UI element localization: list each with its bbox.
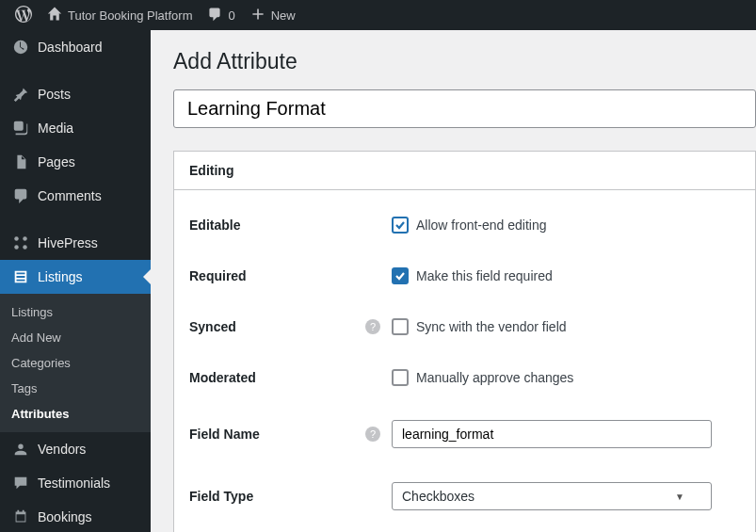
label-synced: Synced? (189, 319, 392, 334)
sidebar-item-label: Dashboard (38, 40, 103, 55)
label-editable: Editable (189, 218, 392, 233)
chevron-down-icon: ▼ (675, 492, 684, 502)
sidebar-item-testimonials[interactable]: Testimonials (0, 466, 151, 500)
checkbox-required[interactable] (392, 267, 409, 284)
submenu-item-add-new[interactable]: Add New (0, 325, 151, 350)
site-name: Tutor Booking Platform (68, 8, 192, 23)
sidebar-item-pages[interactable]: Pages (0, 145, 151, 179)
svg-point-2 (14, 245, 19, 250)
sidebar-item-label: Media (38, 121, 73, 136)
comment-icon (11, 186, 30, 205)
sidebar-item-label: HivePress (38, 235, 98, 250)
row-editable: Editable Allow front-end editing (189, 200, 740, 250)
row-field-name: Field Name? (189, 403, 740, 465)
row-synced: Synced? Sync with the vendor field (189, 301, 740, 352)
checkbox-moderated[interactable] (392, 369, 409, 386)
sidebar-item-dashboard[interactable]: Dashboard (0, 30, 151, 64)
comments-link[interactable]: 0 (200, 0, 242, 30)
sidebar-item-label: Testimonials (38, 476, 110, 491)
label-field-type: Field Type (189, 489, 392, 504)
checkbox-synced[interactable] (392, 318, 409, 335)
help-icon[interactable]: ? (365, 319, 380, 334)
hivepress-icon (11, 234, 30, 252)
panel-heading: Editing (174, 152, 755, 190)
site-home-link[interactable]: Tutor Booking Platform (40, 0, 200, 30)
sidebar-item-hivepress[interactable]: HivePress (0, 226, 151, 260)
submenu-item-tags[interactable]: Tags (0, 376, 151, 401)
sidebar-item-media[interactable]: Media (0, 111, 151, 145)
sidebar-submenu: Listings Add New Categories Tags Attribu… (0, 294, 151, 432)
checkbox-editable-label: Allow front-end editing (416, 218, 547, 233)
label-field-name: Field Name? (189, 427, 392, 442)
sidebar-item-comments[interactable]: Comments (0, 179, 151, 213)
sidebar-item-posts[interactable]: Posts (0, 77, 151, 111)
row-required: Required Make this field required (189, 250, 740, 301)
row-field-type: Field Type Checkboxes ▼ (189, 465, 740, 527)
new-content-link[interactable]: New (243, 0, 303, 30)
sidebar-item-bookings[interactable]: Bookings (0, 500, 151, 532)
help-icon[interactable]: ? (365, 427, 380, 442)
field-name-input[interactable] (392, 420, 712, 448)
pin-icon (11, 85, 30, 104)
dashboard-icon (11, 38, 30, 56)
comment-icon (207, 7, 222, 24)
svg-point-3 (23, 245, 27, 250)
main-content: Add Attribute Editing Editable Allow fro… (151, 30, 756, 532)
wp-logo[interactable] (8, 0, 40, 30)
page-title: Add Attribute (173, 49, 756, 74)
row-moderated: Moderated Manually approve changes (189, 352, 740, 403)
attribute-title-input[interactable] (173, 89, 756, 128)
field-type-value: Checkboxes (402, 489, 475, 504)
sidebar-item-vendors[interactable]: Vendors (0, 432, 151, 466)
wordpress-icon (15, 6, 32, 25)
svg-point-0 (14, 236, 19, 241)
testimonials-icon (11, 474, 30, 492)
sidebar-item-label: Bookings (38, 509, 92, 524)
label-required: Required (189, 268, 392, 283)
submenu-item-listings[interactable]: Listings (0, 299, 151, 325)
listings-icon (11, 267, 30, 286)
checkbox-synced-label: Sync with the vendor field (416, 319, 567, 334)
submenu-item-attributes[interactable]: Attributes (0, 401, 151, 427)
admin-sidebar: Dashboard Posts Media Pages Comments Hiv… (0, 30, 151, 532)
sidebar-item-listings[interactable]: Listings (0, 260, 151, 294)
sidebar-item-label: Pages (38, 154, 75, 169)
plus-icon (250, 7, 265, 24)
submenu-item-categories[interactable]: Categories (0, 350, 151, 376)
admin-toolbar: Tutor Booking Platform 0 New (0, 0, 756, 30)
new-label: New (271, 8, 296, 23)
checkbox-required-label: Make this field required (416, 268, 553, 283)
page-icon (11, 153, 30, 171)
sidebar-item-label: Comments (38, 188, 102, 203)
checkbox-editable[interactable] (392, 217, 409, 234)
vendors-icon (11, 440, 30, 459)
field-type-select[interactable]: Checkboxes ▼ (392, 482, 712, 510)
sidebar-item-label: Posts (38, 87, 71, 102)
calendar-icon (11, 508, 30, 526)
comments-count: 0 (228, 8, 234, 23)
sidebar-item-label: Listings (38, 269, 82, 284)
label-moderated: Moderated (189, 370, 392, 385)
home-icon (47, 7, 62, 24)
editing-panel: Editing Editable Allow front-end editing… (173, 151, 756, 532)
media-icon (11, 119, 30, 137)
sidebar-item-label: Vendors (38, 442, 86, 457)
checkbox-moderated-label: Manually approve changes (416, 370, 573, 385)
svg-point-1 (23, 236, 27, 241)
